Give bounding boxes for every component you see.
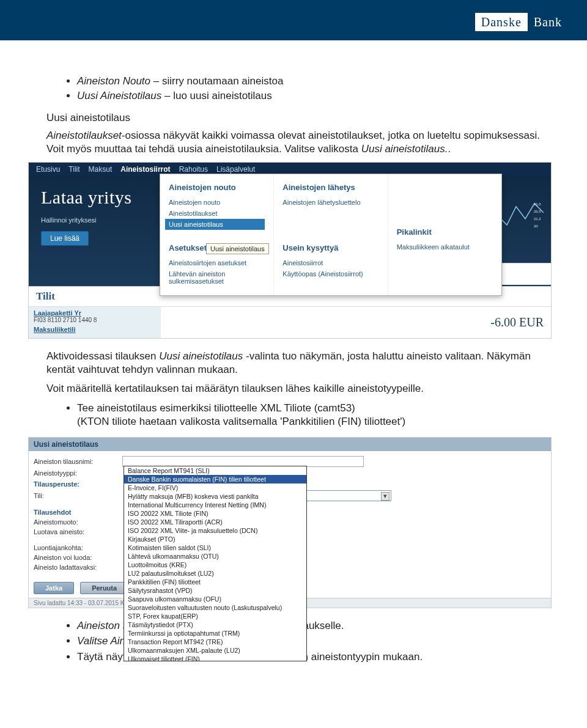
- nav-etusivu[interactable]: Etusivu: [36, 165, 60, 174]
- hero-title: Lataa yritys: [41, 187, 151, 208]
- account-list: Laajapaketti Yr FI03 8110 2710 1440 8 Ma…: [29, 307, 161, 338]
- tilit-heading: Tilit: [36, 290, 55, 303]
- cancel-button[interactable]: Peruuta: [80, 582, 128, 594]
- para-1: Aineistotilaukset-osiossa näkyvät kaikki…: [46, 129, 541, 156]
- dropdown-option[interactable]: Suoraveloitusten valtuutusten nouto (Las…: [124, 603, 306, 612]
- mega-head-usein: Usein kysyttyä: [282, 243, 378, 252]
- dropdown-option[interactable]: Ulkomaiset tiliotteet (FIN): [124, 655, 306, 661]
- label-tyyppi: Aineistotyyppi:: [34, 469, 122, 477]
- nav-tilit[interactable]: Tilit: [68, 165, 79, 174]
- screenshot-menu: Etusivu Tilit Maksut Aineistosiirrot Rah…: [28, 162, 552, 339]
- brand-logo: Danske Bank: [473, 11, 570, 33]
- dropdown-option[interactable]: Kirjaukset (PTO): [124, 535, 306, 543]
- section-heading: Uusi aineistotilaus: [46, 111, 541, 125]
- dropdown-option[interactable]: International Multicurrency Interest Net…: [124, 501, 306, 509]
- label-voiluoda: Aineiston voi luoda:: [34, 554, 122, 561]
- dropdown-option[interactable]: Täsmäytystiedot (PTX): [124, 620, 306, 629]
- mid-bullet-1: Tee aineistotilaus esimerkiksi tiliottee…: [77, 402, 541, 428]
- account-item[interactable]: Laajapaketti Yr FI03 8110 2710 1440 8: [34, 309, 156, 323]
- intro-bullets: Aineiston Nouto – siirry noutamaan ainei…: [77, 75, 541, 103]
- label-tilausnimi: Aineiston tilausnimi:: [34, 458, 122, 465]
- dropdown-option[interactable]: ISO 20022 XML Tiliraportti (ACR): [124, 518, 306, 526]
- link-siirtoasetukset[interactable]: Aineistosiirtojen asetukset: [169, 257, 265, 268]
- mega-col-1: Aineistojen nouto Aineistojen nouto Aine…: [160, 174, 274, 295]
- dropdown-option[interactable]: ISO 20022 XML Tiliote (FIN): [124, 509, 306, 518]
- tooltip: Uusi aineistotilaus: [206, 243, 269, 254]
- dropdown-option[interactable]: Balance Report MT941 (SLI): [124, 466, 306, 475]
- balance-value: -6.00 EUR: [490, 315, 544, 329]
- mega-menu: Aineistojen nouto Aineistojen nouto Aine…: [160, 174, 502, 296]
- chevron-down-icon: ▾: [381, 492, 389, 501]
- link-uusi-aineistotilaus[interactable]: Uusi aineistotilaus: [165, 219, 265, 230]
- dropdown-option[interactable]: Säilytysrahastot (VPD): [124, 586, 306, 595]
- svg-text:20: 20: [534, 224, 538, 228]
- dropdown-option[interactable]: ISO 20022 XML Viite- ja maksuluettelo (D…: [124, 526, 306, 535]
- dropdown-option[interactable]: Danske Bankin suomalaisten (FIN) tilien …: [124, 475, 306, 483]
- account-balance: -6.00 EUR: [161, 307, 551, 338]
- link-kayttoopas[interactable]: Käyttöopas (Aineistosiirrot): [282, 268, 378, 279]
- page-header: Danske Bank: [0, 0, 587, 40]
- dropdown-aineistotyyppi[interactable]: Balance Report MT941 (SLI)Danske Bankin …: [124, 466, 307, 661]
- svg-text:21,2: 21,2: [534, 217, 541, 221]
- nav-lisapalvelut[interactable]: Lisäpalvelut: [216, 165, 255, 174]
- intro-bullet-2: Uusi Aineistotilaus – luo uusi aineistot…: [77, 89, 541, 103]
- continue-button[interactable]: Jatka: [34, 582, 74, 594]
- para-2: Aktivoidessasi tilauksen Uusi aineistoti…: [46, 350, 541, 377]
- mid-bullets: Tee aineistotilaus esimerkiksi tiliottee…: [77, 402, 541, 428]
- label-tili: Tili:: [34, 492, 122, 499]
- dropdown-option[interactable]: Termiinkurssi ja optiotapahtumat (TRM): [124, 629, 306, 638]
- label-ajankohta: Luontiajankohta:: [34, 544, 122, 551]
- dropdown-option[interactable]: Transaction Report MT942 (TRE): [124, 638, 306, 646]
- link-aineistojen-nouto[interactable]: Aineistojen nouto: [169, 197, 265, 208]
- dropdown-option[interactable]: STP, Forex kaupat(ERP): [124, 612, 306, 620]
- dropdown-option[interactable]: E-Invoice, FI(FIV): [124, 483, 306, 492]
- svg-text:26,5: 26,5: [534, 210, 541, 213]
- link-sulkemisasetukset[interactable]: Lähtevän aineiston sulkemisasetukset: [169, 268, 265, 287]
- dropdown-option[interactable]: Saapuva ulkomaanmaksu (OFU): [124, 595, 306, 603]
- hero-cta-button[interactable]: Lue lisää: [41, 231, 89, 246]
- nav-maksut[interactable]: Maksut: [89, 165, 113, 174]
- logo-word-1: Danske: [475, 15, 528, 29]
- nav-rahoitus[interactable]: Rahoitus: [179, 165, 208, 174]
- dropdown-option[interactable]: Ulkomaanmaksujen XML-palaute (LU2): [124, 646, 306, 655]
- svg-text:31,0: 31,0: [534, 202, 541, 206]
- hero-sub: Hallinnoi yrityksesi: [41, 216, 151, 224]
- dropdown-option[interactable]: Kotimaisten tilien saldot (SLI): [124, 543, 306, 552]
- dropdown-option[interactable]: Pankkitilien (FIN) tiliotteet: [124, 578, 306, 586]
- account-item[interactable]: Maksuliiketili: [34, 326, 156, 333]
- link-lahetysluettelo[interactable]: Aineistojen lähetysluettelo: [282, 197, 378, 208]
- mega-head-lahetys: Aineistojen lähetys: [282, 183, 378, 192]
- logo-word-2: Bank: [528, 13, 568, 31]
- dropdown-option[interactable]: Lähtevä ulkomaanmaksu (OTU): [124, 552, 306, 561]
- label-ladattavaksi: Aineisto ladattavaksi:: [34, 564, 122, 571]
- link-aineistotilaukset[interactable]: Aineistotilaukset: [169, 208, 265, 219]
- form-title: Uusi aineistotilaus: [29, 438, 551, 451]
- label-muoto: Aineistomuoto:: [34, 518, 122, 526]
- label-luotava: Luotava aineisto:: [34, 528, 122, 535]
- screenshot-form: Uusi aineistotilaus Aineiston tilausnimi…: [28, 437, 552, 608]
- para-3: Voit määritellä kertatilauksen tai määrä…: [46, 382, 541, 395]
- mega-head-nouto: Aineistojen nouto: [169, 183, 265, 192]
- intro-bullet-1: Aineiston Nouto – siirry noutamaan ainei…: [77, 75, 541, 88]
- link-aikataulut[interactable]: Maksuliikkeen aikataulut: [397, 241, 493, 252]
- mega-head-pikalinkit: Pikalinkit: [397, 227, 493, 237]
- nav-aineistosiirrot[interactable]: Aineistosiirrot: [120, 165, 170, 174]
- hero: Lataa yritys Hallinnoi yrityksesi Lue li…: [29, 176, 551, 286]
- dropdown-option[interactable]: LU2 palautusilmoitukset (LU2): [124, 569, 306, 578]
- mega-col-2: Aineistojen lähetys Aineistojen lähetysl…: [274, 174, 388, 295]
- dropdown-option[interactable]: Hylätty maksuja (MFB) koskeva viesti pan…: [124, 492, 306, 501]
- dropdown-option[interactable]: Luottoilmoitus (KRE): [124, 561, 306, 569]
- mega-col-3: . Pikalinkit Maksuliikkeen aikataulut: [388, 174, 501, 295]
- link-usein-aineisto[interactable]: Aineistosiirrot: [282, 257, 378, 268]
